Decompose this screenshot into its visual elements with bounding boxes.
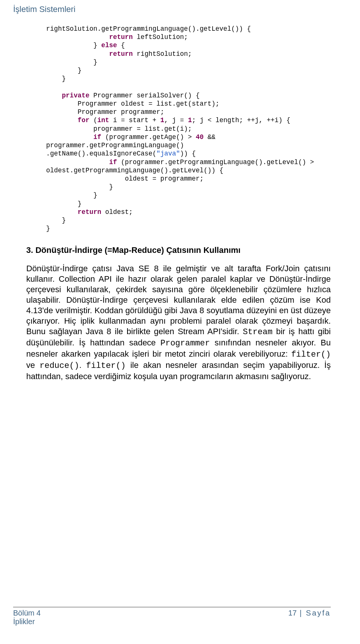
code-block: rightSolution.getProgrammingLanguage().g… bbox=[46, 25, 331, 233]
code-line: } bbox=[46, 183, 113, 191]
code-text: && bbox=[204, 133, 216, 141]
code-text: i = start + bbox=[109, 117, 160, 124]
code-line: } bbox=[46, 217, 66, 224]
code-text bbox=[46, 117, 78, 124]
body-text-part: . bbox=[79, 360, 86, 370]
footer-page-label: Sayfa bbox=[306, 609, 331, 617]
code-text: (programmer.getAge() > bbox=[101, 133, 196, 141]
code-text bbox=[46, 158, 109, 166]
num-literal: 1 bbox=[160, 117, 165, 124]
code-line: programmer.getProgrammingLanguage() bbox=[46, 142, 184, 149]
code-text: , j = bbox=[164, 117, 188, 124]
footer-page-number: 17 bbox=[288, 609, 297, 617]
inline-code: filter() bbox=[291, 350, 331, 359]
page-footer: Bölüm 4 İplikler 17| Sayfa bbox=[13, 607, 331, 626]
kw-private: private bbox=[62, 92, 90, 99]
code-line: } bbox=[46, 200, 82, 208]
code-text: (programmer.getProgrammingLanguage().get… bbox=[117, 158, 314, 166]
kw-int: int bbox=[98, 117, 110, 124]
code-line: oldest.getProgrammingLanguage().getLevel… bbox=[46, 167, 224, 174]
code-text: )) { bbox=[180, 150, 196, 157]
inline-code: reduce() bbox=[40, 361, 80, 371]
footer-chapter: Bölüm 4 bbox=[13, 609, 40, 617]
code-line: } bbox=[46, 75, 66, 82]
code-text bbox=[46, 133, 93, 141]
code-line: Programmer oldest = list.get(start); bbox=[46, 100, 219, 108]
kw-return: return bbox=[78, 208, 101, 216]
footer-subject: İplikler bbox=[13, 617, 40, 626]
code-text: leftSolution; bbox=[133, 33, 188, 41]
code-line: oldest = programmer; bbox=[46, 175, 204, 182]
code-text: ( bbox=[90, 117, 98, 124]
code-text: { bbox=[117, 42, 125, 49]
body-text-part: Dönüştür-İndirge çatısı Java SE 8 ile ge… bbox=[26, 264, 331, 336]
code-line: } bbox=[46, 58, 98, 66]
kw-if: if bbox=[109, 158, 117, 166]
code-line: programmer = list.get(i); bbox=[46, 125, 192, 133]
kw-return: return bbox=[109, 33, 133, 41]
code-line: } bbox=[46, 67, 82, 74]
inline-code: filter() bbox=[86, 361, 126, 371]
page-header-title: İşletim Sistemleri bbox=[13, 4, 331, 14]
section-heading: 3. Dönüştür-İndirge (=Map-Reduce) Çatısı… bbox=[26, 245, 331, 255]
code-line: Programmer programmer; bbox=[46, 108, 164, 116]
inline-code: Stream bbox=[243, 327, 272, 337]
footer-right: 17| Sayfa bbox=[288, 609, 331, 617]
document-page: İşletim Sistemleri rightSolution.getProg… bbox=[0, 0, 360, 644]
code-text: ; j < length; ++j, ++i) { bbox=[192, 117, 291, 124]
code-text bbox=[46, 92, 62, 99]
code-text: } bbox=[46, 42, 101, 49]
code-text: Programmer serialSolver() { bbox=[90, 92, 200, 99]
num-literal: 40 bbox=[196, 133, 204, 141]
inline-code: Programmer bbox=[160, 339, 210, 348]
string-literal: "java" bbox=[156, 150, 180, 157]
code-text bbox=[46, 208, 78, 216]
code-line: } bbox=[46, 225, 50, 232]
code-text: oldest; bbox=[101, 208, 133, 216]
footer-left: Bölüm 4 İplikler bbox=[13, 609, 40, 626]
kw-return: return bbox=[109, 50, 133, 58]
section-body: Dönüştür-İndirge çatısı Java SE 8 ile ge… bbox=[26, 263, 331, 381]
code-text: .getName().equalsIgnoreCase( bbox=[46, 150, 156, 157]
kw-for: for bbox=[78, 117, 90, 124]
kw-if: if bbox=[93, 133, 101, 141]
num-literal: 1 bbox=[188, 117, 192, 124]
kw-else: else bbox=[101, 42, 117, 49]
body-text-part: ve bbox=[26, 360, 40, 370]
code-line: } bbox=[46, 191, 98, 199]
code-line: rightSolution.getProgrammingLanguage().g… bbox=[46, 25, 251, 33]
code-text: rightSolution; bbox=[133, 50, 192, 58]
